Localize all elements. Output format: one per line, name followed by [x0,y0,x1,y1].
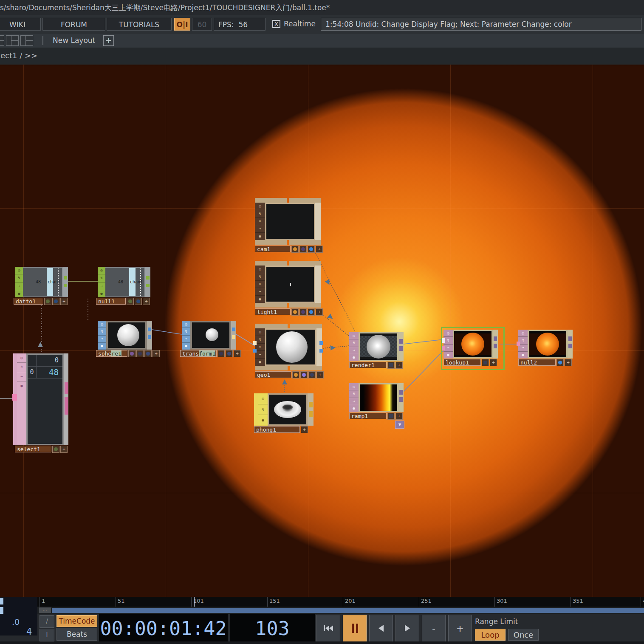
cook-flag-icon[interactable]: ● [17,381,26,390]
output-connectors[interactable] [231,321,236,350]
output-connector[interactable] [232,328,235,331]
viewer-flag-icon[interactable]: ◎ [518,330,528,337]
tab-wiki[interactable]: WIKI [0,18,41,31]
bypass-flag-icon[interactable]: ↯ [258,404,268,415]
output-connector[interactable] [65,397,68,415]
node-flags[interactable]: ◎ ↯ × → ● [255,203,265,240]
cook-flag-icon[interactable]: ● [349,405,359,412]
node-viewer-frame[interactable] [359,383,398,412]
viewer-toggle-button[interactable] [44,298,51,305]
display-toggle-button[interactable] [556,359,564,366]
node-label[interactable]: sphere1 [96,350,127,357]
bypass-flag-icon[interactable]: ↯ [255,210,265,218]
node-cam1[interactable]: ◎ ↯ × → ● cam1 + [255,198,321,245]
node-add-button[interactable]: + [301,426,308,433]
timecode-mode-button[interactable]: TimeCode [56,615,97,627]
expand-down-button[interactable]: ▼ [395,421,404,429]
output-connector[interactable] [399,339,403,344]
timeline-ruler[interactable]: 1 51 101 151 201 251 301 351 4 [37,597,644,607]
dat-table-viewer[interactable]: 0 0 48 [26,353,64,445]
loop-button[interactable]: Loop [475,629,506,641]
node-label[interactable]: select1 [15,446,51,452]
cook-flag-icon[interactable]: ● [443,352,453,359]
node-label[interactable]: datto1 [14,298,43,305]
export-flag-icon[interactable]: → [98,282,105,290]
node-label[interactable]: null2 [518,359,556,366]
node-flags[interactable]: ◎ ↯ → ● [349,383,359,412]
node-flags[interactable]: ◎ ↯ → ● [349,332,359,361]
node-label[interactable]: transform1 [180,350,217,357]
output-connector[interactable] [399,390,403,395]
output-connectors[interactable] [568,330,573,359]
node-add-button[interactable]: + [316,371,324,378]
output-connector[interactable] [319,349,323,353]
beats-mode-button[interactable]: Beats [56,628,97,641]
output-connector[interactable] [309,402,313,407]
node-label[interactable]: lookup1 [443,359,481,366]
render-toggle-button[interactable] [300,371,308,378]
pause-button[interactable] [343,615,367,642]
node-select1[interactable]: ◎ ↯ → ● 0 0 48 [13,353,68,445]
cook-flag-icon[interactable]: ● [518,352,528,359]
node-viewer-frame[interactable] [265,203,315,240]
node-add-button[interactable]: + [60,298,68,305]
output-connectors[interactable] [308,393,314,426]
node-ramp1[interactable]: ◎ ↯ → ● ramp1 + ▼ [349,383,404,412]
node-phong1[interactable]: ◎ ↯ ● phong1 + [254,393,314,426]
viewer-toggle-button[interactable] [292,371,299,378]
display-toggle-button[interactable] [308,371,316,378]
output-connectors[interactable] [145,267,150,297]
node-flags[interactable]: ◎ ↯ × → ● [255,328,265,366]
export-flag-icon[interactable]: → [349,347,359,354]
bypass-flag-icon[interactable]: ↯ [349,339,359,347]
node-label[interactable]: ramp1 [349,412,387,419]
bypass-flag-icon[interactable]: ↯ [255,273,265,281]
node-geo1[interactable]: ◎ ↯ × → ● geo1 [255,324,322,370]
output-connectors[interactable] [63,267,68,297]
node-lookup1[interactable]: ◎ ↯ → ● lookup1 + [443,330,498,359]
node-viewer-frame[interactable] [265,328,316,366]
node-viewer-frame[interactable] [106,321,147,350]
viewer-flag-icon[interactable]: ◎ [443,330,453,337]
render-toggle-button[interactable] [136,350,144,357]
output-connector[interactable] [494,344,497,348]
display-toggle-button[interactable] [308,308,315,316]
node-label[interactable]: null1 [96,298,126,305]
output-connector[interactable] [146,276,150,280]
frame-decrement-button[interactable]: - [422,615,446,642]
output-input-toggle[interactable]: O|I [174,18,190,31]
tab-tutorials[interactable]: TUTORIALS [107,18,172,31]
output-connector[interactable] [399,346,403,351]
input-connector[interactable] [253,349,257,353]
node-flags[interactable]: ◎ ↯ → ● [443,330,453,359]
viewer-toggle-button[interactable] [127,298,134,305]
display-toggle-button[interactable] [144,350,152,357]
node-viewer-frame[interactable] [528,330,568,359]
slash-mode-button[interactable]: / [40,615,54,628]
integer-mode-button[interactable]: I [40,629,54,641]
bypass-flag-icon[interactable]: ↯ [182,328,190,335]
add-layout-button[interactable]: + [103,35,114,46]
input-connector[interactable] [12,394,17,401]
input-connector-active[interactable] [442,338,445,343]
cook-flag-icon[interactable]: ● [182,343,190,350]
node-label[interactable]: render1 [349,362,387,368]
frame-increment-button[interactable]: + [448,615,472,642]
output-connectors[interactable] [147,321,152,350]
output-connector[interactable] [148,328,151,331]
range-bar[interactable] [52,608,644,613]
node-flags[interactable]: ◎ ↯ ● [258,393,268,426]
skip-to-start-button[interactable] [316,615,340,642]
lock-flag-icon[interactable]: × [255,218,265,226]
export-flag-icon[interactable]: → [15,282,23,290]
step-forward-button[interactable] [395,615,419,642]
bypass-flag-icon[interactable]: ↯ [15,274,23,282]
viewer-flag-icon[interactable]: ◎ [98,321,106,328]
node-add-button[interactable]: + [234,350,241,357]
node-null2[interactable]: ◎ ↯ → ● null2 + [518,330,573,359]
node-label[interactable]: light1 [255,308,291,315]
export-flag-icon[interactable]: → [255,288,265,296]
render-toggle-button[interactable] [299,246,307,253]
cook-flag-icon[interactable]: ● [98,290,105,297]
step-back-button[interactable] [369,615,393,642]
